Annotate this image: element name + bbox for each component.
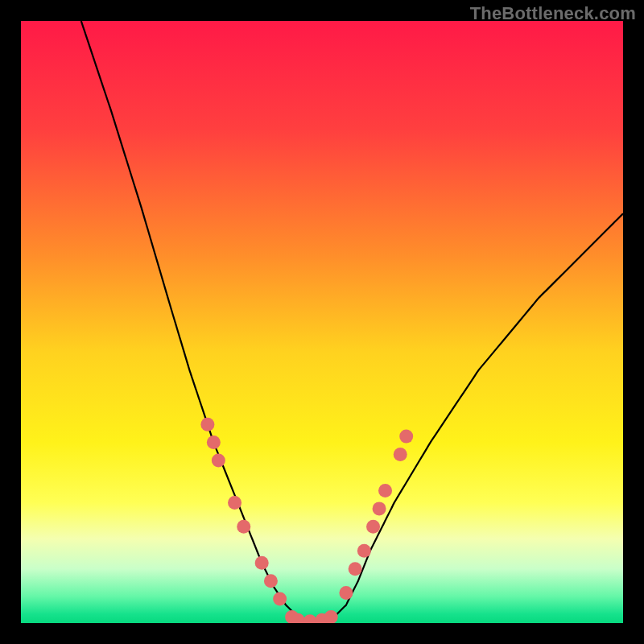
chart-svg	[21, 21, 623, 623]
highlight-dot	[399, 430, 413, 444]
highlight-dot	[366, 520, 380, 534]
highlight-dot	[357, 544, 371, 558]
highlight-dot	[349, 562, 362, 576]
highlight-dot	[255, 556, 269, 570]
highlight-dot	[273, 592, 287, 606]
highlight-dot	[373, 502, 386, 515]
highlight-dot	[394, 448, 407, 461]
highlight-dot	[200, 418, 214, 431]
highlight-dot	[212, 454, 225, 468]
highlight-dot	[264, 574, 278, 588]
highlight-dot	[378, 484, 392, 497]
highlight-dot	[237, 520, 250, 534]
highlight-dot	[207, 436, 221, 449]
watermark-text: TheBottleneck.com	[470, 3, 636, 24]
highlight-dot	[228, 496, 242, 510]
plot-area	[21, 21, 623, 623]
chart-stage: TheBottleneck.com	[0, 0, 644, 644]
highlight-dot	[339, 586, 353, 600]
